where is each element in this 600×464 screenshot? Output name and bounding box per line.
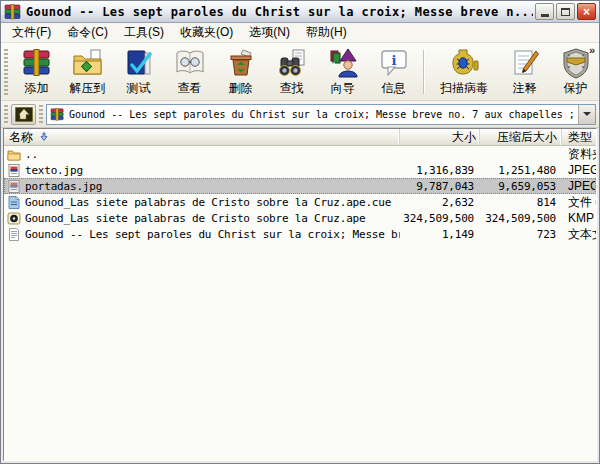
toolbar-button-find[interactable]: 查找	[266, 45, 317, 97]
file-packed-size: 9,659,053	[480, 180, 562, 193]
folder-up-icon	[7, 148, 21, 161]
addressbar-grip[interactable]	[4, 105, 8, 123]
toolbar-button-label: 查找	[280, 80, 304, 97]
table-row[interactable]: Gounod_Las siete palabras de Cristo sobr…	[4, 194, 596, 210]
file-rows: .. 资料夹 texto.jpg	[4, 146, 596, 460]
file-packed-size: 1,251,480	[480, 164, 562, 177]
file-type: JPEG 图像	[562, 178, 596, 195]
toolbar-button-label: 查看	[178, 80, 202, 97]
find-icon	[276, 46, 308, 80]
file-size: 1,149	[400, 228, 480, 241]
file-name: ..	[25, 148, 38, 161]
toolbar-button-scan-virus[interactable]: 扫描病毒	[429, 45, 499, 97]
column-header-type[interactable]: 类型	[562, 129, 596, 145]
info-icon: i	[378, 46, 410, 80]
toolbar-grip[interactable]	[4, 49, 8, 95]
toolbar-button-delete[interactable]: 删除	[215, 45, 266, 97]
file-packed-size: 814	[480, 196, 562, 209]
toolbar-overflow-chevron[interactable]: »	[589, 44, 595, 56]
sort-down-icon	[39, 132, 49, 142]
column-header-name[interactable]: 名称	[4, 129, 400, 145]
column-header-packed[interactable]: 压缩后大小	[480, 129, 562, 145]
menu-tools[interactable]: 工具(S)	[116, 22, 172, 43]
toolbar-button-add[interactable]: 添加	[11, 45, 62, 97]
minimize-button[interactable]	[535, 3, 554, 20]
add-archive-icon	[21, 46, 53, 80]
toolbar-button-comment[interactable]: 注释	[499, 45, 550, 97]
menu-bar: 文件(F) 命令(C) 工具(S) 收藏夹(O) 选项(N) 帮助(H)	[1, 23, 599, 43]
toolbar-button-label: 信息	[382, 80, 406, 97]
menu-favorites[interactable]: 收藏夹(O)	[172, 22, 241, 43]
column-headers: 名称 大小 压缩后大小 类型	[4, 129, 596, 146]
winrar-books-icon	[4, 4, 22, 20]
file-type: 文本文档	[562, 226, 596, 243]
menu-commands[interactable]: 命令(C)	[59, 22, 116, 43]
winrar-books-icon	[50, 107, 66, 121]
column-header-size[interactable]: 大小	[400, 129, 480, 145]
up-one-level-button[interactable]	[11, 104, 36, 125]
toolbar-button-test[interactable]: 测试	[113, 45, 164, 97]
minimize-icon	[541, 14, 549, 17]
file-type: JPEG 图像	[562, 162, 596, 179]
virus-scan-icon	[448, 46, 480, 80]
comment-icon	[509, 46, 541, 80]
file-name: Gounod_Las siete palabras de Cristo sobr…	[25, 196, 391, 209]
ape-file-icon	[7, 212, 21, 225]
table-row[interactable]: Gounod_Las siete palabras de Cristo sobr…	[4, 210, 596, 226]
titlebar[interactable]: Gounod -- Les sept paroles du Christ sur…	[1, 1, 599, 23]
view-file-icon	[174, 46, 206, 80]
table-row-selected[interactable]: portadas.jpg 9,787,043 9,659,053 JPEG 图像	[4, 178, 596, 194]
archive-path-combobox[interactable]: Gounod -- Les sept paroles du Christ sur…	[46, 104, 596, 125]
file-name: Gounod -- Les sept paroles du Christ sur…	[25, 228, 400, 241]
toolbar-separator	[423, 50, 425, 94]
file-name: Gounod_Las siete palabras de Cristo sobr…	[25, 212, 365, 225]
table-row[interactable]: Gounod -- Les sept paroles du Christ sur…	[4, 226, 596, 242]
menu-options[interactable]: 选项(N)	[241, 22, 298, 43]
toolbar-button-view[interactable]: 查看	[164, 45, 215, 97]
jpeg-file-icon	[7, 164, 21, 177]
folder-up-arrow-icon	[15, 107, 33, 122]
toolbar-button-label: 删除	[229, 80, 253, 97]
toolbar-button-label: 向导	[331, 80, 355, 97]
cue-file-icon	[7, 196, 21, 209]
close-button[interactable]: ×	[577, 3, 596, 20]
menu-help[interactable]: 帮助(H)	[298, 22, 355, 43]
address-bar: Gounod -- Les sept paroles du Christ sur…	[1, 101, 599, 128]
toolbar-button-extract[interactable]: 解压到	[62, 45, 113, 97]
toolbar-button-label: 保护	[564, 80, 588, 97]
toolbar-button-label: 测试	[127, 80, 151, 97]
archive-path-text: Gounod -- Les sept paroles du Christ sur…	[69, 109, 578, 120]
file-type: KMP - ...	[562, 211, 596, 225]
file-packed-size: 723	[480, 228, 562, 241]
toolbar-button-label: 添加	[25, 80, 49, 97]
toolbar-button-label: 注释	[513, 80, 537, 97]
table-row[interactable]: texto.jpg 1,316,839 1,251,480 JPEG 图像	[4, 162, 596, 178]
extract-to-icon	[72, 46, 104, 80]
table-row-parent-dir[interactable]: .. 资料夹	[4, 146, 596, 162]
file-size: 2,632	[400, 196, 480, 209]
file-type: 资料夹	[562, 146, 596, 163]
toolbar-button-info[interactable]: i 信息	[368, 45, 419, 97]
test-archive-icon	[123, 46, 155, 80]
addressbar-grip[interactable]	[39, 105, 43, 123]
file-size: 9,787,043	[400, 180, 480, 193]
file-name: portadas.jpg	[25, 180, 102, 193]
menu-file[interactable]: 文件(F)	[4, 22, 59, 43]
file-size: 324,509,500	[400, 212, 480, 225]
svg-text:i: i	[391, 53, 396, 68]
protect-icon	[560, 46, 592, 80]
chevron-down-icon	[583, 112, 591, 116]
toolbar-button-label: 扫描病毒	[440, 80, 488, 97]
toolbar-button-label: 解压到	[70, 80, 106, 97]
column-header-label: 名称	[9, 129, 33, 145]
toolbar-button-wizard[interactable]: 向导	[317, 45, 368, 97]
file-type: 文件 cue	[562, 194, 596, 211]
maximize-icon	[561, 8, 570, 16]
window-title: Gounod -- Les sept paroles du Christ sur…	[26, 5, 533, 19]
combobox-dropdown-button[interactable]	[578, 105, 595, 124]
toolbar: 添加 解压到 测试	[1, 43, 599, 101]
file-packed-size: 324,509,500	[480, 212, 562, 225]
delete-icon	[225, 46, 257, 80]
maximize-button[interactable]	[556, 3, 575, 20]
wizard-icon	[327, 46, 359, 80]
